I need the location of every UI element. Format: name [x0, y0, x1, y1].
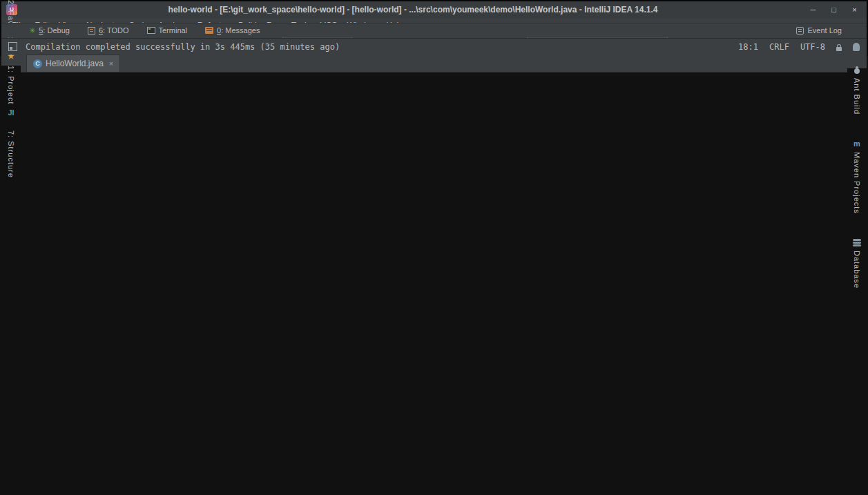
close-button[interactable]: × — [845, 3, 864, 16]
lock-icon[interactable] — [836, 47, 842, 51]
tool-button-terminal[interactable]: Terminal — [147, 26, 188, 35]
left-tool-strip: 1: ProjectJI7: Structure2: Favorites★ — [1, 55, 21, 66]
ant-build-icon — [854, 68, 860, 74]
tool-button-5-debug[interactable]: ✳5: Debug — [29, 26, 70, 35]
tool-button-label: 0: Messages — [217, 26, 260, 35]
caret-position[interactable]: 18:1 — [738, 42, 758, 52]
tool-button-label: 1: Project — [7, 66, 15, 104]
bottom-buttons: ✳5: Debug6: TODOTerminal0: Messages — [29, 26, 260, 35]
status-bar: Compilation completed successfully in 3s… — [1, 38, 867, 55]
status-message: Compilation completed successfully in 3s… — [26, 42, 340, 52]
status-right-widgets: 18:1 CRLF UTF-8 — [738, 42, 860, 52]
tab-label: HelloWorld.java — [46, 59, 104, 68]
tool-button-label: 5: Debug — [39, 26, 70, 35]
tool-button-label: Maven Projects — [853, 152, 861, 214]
ide-window: IJ hello-world - [E:\git_work_space\hell… — [0, 0, 868, 56]
right-tool-strip: Ant BuildmMaven ProjectsDatabase — [847, 55, 867, 68]
tool-button-ant-build[interactable]: Ant Build — [853, 68, 861, 115]
java-class-icon: C — [33, 59, 42, 68]
minimize-button[interactable]: ─ — [804, 3, 822, 16]
5-debug-icon: ✳ — [29, 26, 35, 35]
event-log-icon — [796, 27, 804, 35]
editor-tab-bar: C HelloWorld.java × — [21, 55, 847, 72]
6-todo-icon — [88, 27, 95, 35]
maximize-button[interactable]: □ — [824, 3, 843, 16]
database-icon — [853, 239, 861, 241]
tool-button-label: 7: Structure — [7, 130, 15, 178]
tab-close-icon[interactable]: × — [109, 59, 113, 68]
tool-button-label: Terminal — [159, 26, 188, 35]
tool-button-label: Database — [853, 251, 861, 289]
event-log-label: Event Log — [807, 26, 842, 35]
0-messages-icon — [205, 27, 213, 34]
terminal-icon — [147, 27, 155, 34]
tool-button-maven-projects[interactable]: mMaven Projects — [853, 139, 861, 214]
bottom-tool-bar: ✳5: Debug6: TODOTerminal0: Messages Even… — [1, 23, 867, 37]
tool-button-7-structure[interactable]: 7: Structure — [7, 130, 15, 178]
tool-button-label: Ant Build — [853, 78, 861, 115]
window-controls: ─ □ × — [804, 3, 864, 16]
tool-button-1-project[interactable]: 1: ProjectJI — [7, 66, 15, 117]
tool-button-label: 6: TODO — [99, 26, 129, 35]
file-encoding[interactable]: UTF-8 — [800, 42, 825, 52]
1-project-icon: JI — [8, 108, 14, 117]
tool-button-database[interactable]: Database — [853, 239, 861, 289]
maven-projects-icon: m — [853, 139, 860, 148]
tool-button-event-log[interactable]: Event Log — [796, 26, 842, 35]
inspections-profile-icon[interactable] — [853, 43, 860, 51]
title-bar: IJ hello-world - [E:\git_work_space\hell… — [1, 1, 867, 18]
line-separator[interactable]: CRLF — [769, 42, 789, 52]
tool-button-6-todo[interactable]: 6: TODO — [88, 26, 129, 35]
tool-button-0-messages[interactable]: 0: Messages — [205, 26, 260, 35]
window-title: hello-world - [E:\git_work_space\hello-w… — [22, 5, 804, 14]
tab-helloworld-java[interactable]: C HelloWorld.java × — [26, 55, 120, 72]
toolwindow-toggle-icon[interactable] — [8, 42, 17, 51]
